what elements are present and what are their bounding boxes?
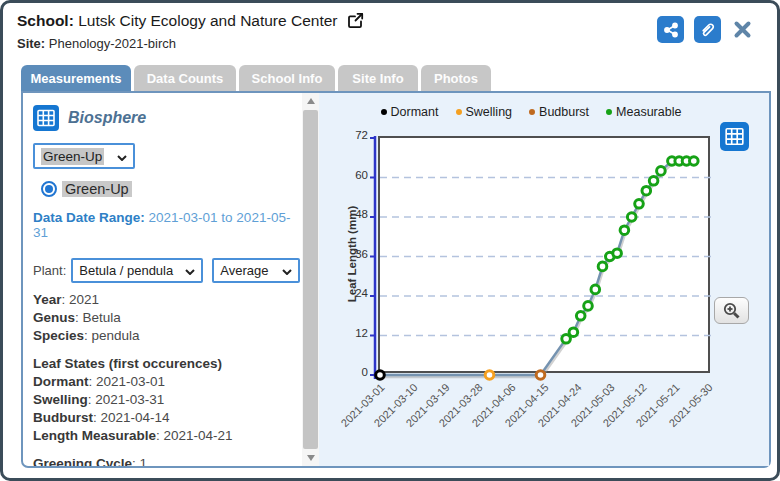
data-point-measurable[interactable] — [635, 200, 644, 209]
y-tick-label: 60 — [344, 169, 368, 181]
data-point-measurable[interactable] — [591, 285, 600, 294]
tab-photos[interactable]: Photos — [421, 65, 491, 92]
data-point-measurable[interactable] — [642, 186, 651, 195]
share-icon — [663, 22, 679, 38]
tab-data-counts[interactable]: Data Counts — [134, 65, 236, 92]
legend-marker-icon — [456, 109, 462, 115]
plant-select[interactable]: Betula / pendula — [71, 258, 203, 283]
line-chart-plot — [378, 136, 710, 373]
chevron-down-icon — [282, 263, 292, 278]
measurement-dialog: School: Lutsk City Ecology and Nature Ce… — [0, 0, 780, 481]
site-name: Phenology-2021-birch — [49, 36, 176, 51]
data-point-measurable[interactable] — [657, 167, 666, 176]
info-line: Species: pendula — [33, 327, 302, 345]
protocol-select[interactable]: Green-Up — [33, 143, 135, 169]
data-point-measurable[interactable] — [569, 328, 578, 337]
legend-marker-icon — [381, 109, 387, 115]
tab-measurements[interactable]: Measurements — [21, 65, 131, 92]
measurement-sidebar: Biosphere Green-Up Green-Up Data Date Ra… — [23, 93, 302, 466]
scroll-up-arrow[interactable] — [302, 93, 319, 109]
data-point-swelling[interactable] — [485, 371, 494, 380]
measurements-panel: Biosphere Green-Up Green-Up Data Date Ra… — [21, 91, 771, 468]
chart-legend: DormantSwellingBudburstMeasurable — [319, 105, 743, 119]
info-line: Swelling: 2021-03-31 — [33, 391, 302, 409]
chart-panel: DormantSwellingBudburstMeasurable Leaf L… — [319, 93, 769, 466]
legend-item-dormant: Dormant — [381, 105, 439, 119]
chevron-down-icon — [117, 149, 127, 164]
school-title: School: Lutsk City Ecology and Nature Ce… — [17, 12, 364, 33]
school-name: Lutsk City Ecology and Nature Center — [78, 12, 337, 29]
link-button[interactable] — [694, 16, 721, 43]
protocol-group-title: Biosphere — [68, 109, 146, 127]
sidebar-scrollbar[interactable] — [302, 93, 319, 466]
info-line: Budburst: 2021-04-14 — [33, 409, 302, 427]
data-point-measurable[interactable] — [598, 262, 607, 271]
magnifier-plus-icon — [722, 301, 741, 320]
data-point-measurable[interactable] — [620, 226, 629, 235]
legend-item-swelling: Swelling — [456, 105, 513, 119]
scrollbar-thumb[interactable] — [303, 110, 318, 449]
data-point-measurable[interactable] — [576, 312, 585, 321]
y-tick-label: 48 — [344, 208, 368, 220]
legend-marker-icon — [529, 109, 535, 115]
paperclip-icon — [699, 21, 716, 38]
close-icon — [733, 20, 752, 39]
info-line: Genus: Betula — [33, 309, 302, 327]
info-line: Year: 2021 — [33, 291, 302, 309]
y-tick-label: 36 — [344, 248, 368, 260]
greenup-radio[interactable] — [41, 181, 57, 197]
data-point-measurable[interactable] — [649, 177, 658, 186]
y-tick-label: 12 — [344, 327, 368, 339]
table-icon — [721, 123, 748, 150]
chart-zoom-button[interactable] — [714, 297, 749, 324]
close-button[interactable] — [733, 20, 753, 40]
legend-item-budburst: Budburst — [529, 105, 589, 119]
plant-info-block: Year: 2021 Genus: Betula Species: pendul… — [33, 291, 302, 345]
leaf-states-heading: Leaf States (first occurences) — [33, 355, 302, 373]
legend-item-measurable: Measurable — [606, 105, 681, 119]
info-line: Length Measurable: 2021-04-21 — [33, 427, 302, 445]
data-table-icon — [33, 105, 59, 131]
chevron-down-icon — [185, 263, 195, 278]
leaf-states-block: Leaf States (first occurences) Dormant: … — [33, 355, 302, 445]
info-line: Greening Cycle: 1 — [33, 455, 302, 466]
data-point-dormant[interactable] — [376, 371, 385, 380]
data-date-range: Data Date Range: 2021-03-01 to 2021-05-3… — [33, 210, 302, 240]
tab-school-info[interactable]: School Info — [239, 65, 335, 92]
school-label: School: — [17, 12, 74, 29]
growth-info-block: Greening Cycle: 1 Vegetation Type: tree … — [33, 455, 302, 466]
data-point-measurable[interactable] — [584, 302, 593, 311]
data-point-measurable[interactable] — [627, 213, 636, 222]
legend-marker-icon — [606, 109, 612, 115]
external-link-icon[interactable] — [347, 12, 364, 33]
greenup-radio-label[interactable]: Green-Up — [62, 181, 132, 197]
aggregate-select[interactable]: Average — [212, 258, 300, 283]
data-point-budburst[interactable] — [536, 371, 545, 380]
site-title: Site: Phenology-2021-birch — [17, 36, 176, 51]
y-tick-label: 72 — [344, 129, 368, 141]
y-tick-label: 24 — [344, 287, 368, 299]
tab-site-info[interactable]: Site Info — [338, 65, 418, 92]
y-tick-label: 0 — [344, 366, 368, 378]
site-label: Site: — [17, 36, 45, 51]
info-line: Dormant: 2021-03-01 — [33, 373, 302, 391]
scroll-down-arrow[interactable] — [302, 450, 319, 466]
plant-label: Plant: — [33, 263, 66, 278]
data-point-measurable[interactable] — [613, 249, 622, 258]
data-point-measurable[interactable] — [690, 157, 699, 166]
share-button[interactable] — [657, 16, 684, 43]
show-data-table-button[interactable] — [720, 122, 749, 151]
